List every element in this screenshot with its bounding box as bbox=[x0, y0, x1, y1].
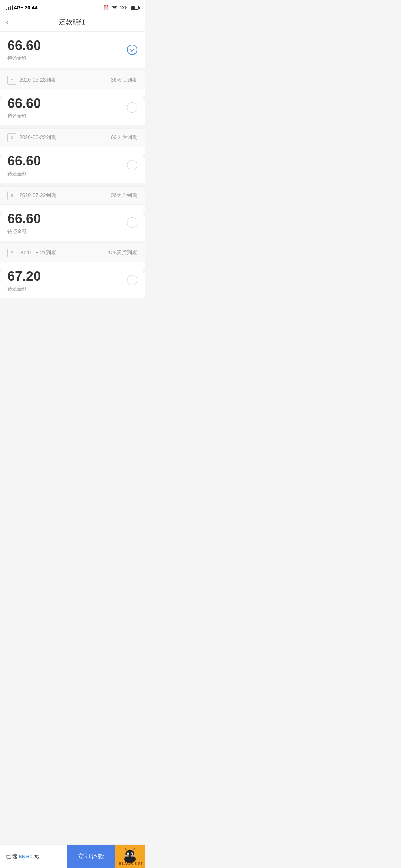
battery-icon bbox=[131, 6, 139, 10]
payment-item-3[interactable]: ¥ 2020-08-21到期 126天后到期 67.20 待还金额 bbox=[0, 244, 145, 298]
content: 66.60 待还金额 ¥ 2020-05-23到期 36天后到期 bbox=[0, 32, 145, 331]
payment-header-2: ¥ 2020-07-22到期 96天后到期 bbox=[0, 186, 145, 205]
first-amount-label: 待还金额 bbox=[7, 55, 41, 62]
payment-body-0: 66.60 待还金额 bbox=[0, 89, 145, 125]
dot-right-0 bbox=[143, 96, 145, 101]
payment-amount-block-0: 66.60 待还金额 bbox=[7, 95, 41, 119]
payment-header-left-1: ¥ 2020-06-22到期 bbox=[7, 133, 56, 142]
dot-right-2 bbox=[143, 211, 145, 216]
payment-header-left-2: ¥ 2020-07-22到期 bbox=[7, 191, 56, 200]
payment-amount-label-0: 待还金额 bbox=[7, 113, 41, 119]
payment-body-2: 66.60 待还金额 bbox=[0, 205, 145, 241]
payment-header-1: ¥ 2020-06-22到期 66天后到期 bbox=[0, 128, 145, 147]
payment-amount-label-1: 待还金额 bbox=[7, 171, 41, 177]
payment-group-0: ¥ 2020-05-23到期 36天后到期 66.60 待还金额 bbox=[0, 71, 145, 125]
dot-right-1 bbox=[143, 154, 145, 158]
first-amount-block: 66.60 待还金额 bbox=[7, 37, 41, 62]
wifi-icon bbox=[111, 4, 117, 10]
payment-group-3: ¥ 2020-08-21到期 126天后到期 67.20 待还金额 bbox=[0, 244, 145, 298]
payment-amount-2: 66.60 bbox=[7, 211, 41, 227]
status-bar: 4G+ 20:44 ⏰ 49% bbox=[0, 0, 145, 13]
yuan-icon-2: ¥ bbox=[7, 191, 16, 200]
selected-check-icon[interactable] bbox=[127, 45, 137, 55]
back-button[interactable]: ‹ bbox=[6, 18, 9, 26]
payment-days-2: 96天后到期 bbox=[111, 192, 137, 199]
payment-header-0: ¥ 2020-05-23到期 36天后到期 bbox=[0, 71, 145, 89]
payment-amount-label-3: 待还金额 bbox=[7, 286, 41, 292]
payment-amount-label-2: 待还金额 bbox=[7, 228, 41, 235]
header: ‹ 还款明细 bbox=[0, 13, 145, 32]
payment-amount-block-1: 66.60 待还金额 bbox=[7, 153, 41, 177]
page-title: 还款明细 bbox=[59, 18, 86, 27]
payment-amount-0: 66.60 bbox=[7, 95, 41, 111]
first-amount: 66.60 bbox=[7, 37, 41, 53]
payment-date-3: 2020-08-21到期 bbox=[19, 250, 56, 256]
payment-header-left-0: ¥ 2020-05-23到期 bbox=[7, 76, 56, 85]
payment-header-3: ¥ 2020-08-21到期 126天后到期 bbox=[0, 244, 145, 262]
status-left: 4G+ 20:44 bbox=[6, 5, 37, 10]
payment-days-1: 66天后到期 bbox=[111, 134, 137, 141]
payment-amount-1: 66.60 bbox=[7, 153, 41, 169]
yuan-icon-1: ¥ bbox=[7, 133, 16, 142]
dot-right-3 bbox=[143, 269, 145, 273]
payment-groups: ¥ 2020-05-23到期 36天后到期 66.60 待还金额 bbox=[0, 71, 145, 298]
network-type: 4G+ bbox=[14, 5, 23, 10]
payment-header-left-3: ¥ 2020-08-21到期 bbox=[7, 249, 56, 257]
payment-date-2: 2020-07-22到期 bbox=[19, 192, 56, 199]
payment-item-2[interactable]: ¥ 2020-07-22到期 96天后到期 66.60 待还金额 bbox=[0, 186, 145, 241]
status-right: ⏰ 49% bbox=[103, 4, 139, 10]
payment-date-1: 2020-06-22到期 bbox=[19, 134, 56, 141]
payment-amount-3: 67.20 bbox=[7, 268, 41, 284]
payment-radio-3[interactable] bbox=[127, 275, 137, 285]
payment-group-1: ¥ 2020-06-22到期 66天后到期 66.60 待还金额 bbox=[0, 128, 145, 183]
battery-percent: 49% bbox=[120, 5, 128, 10]
payment-body-1: 66.60 待还金额 bbox=[0, 147, 145, 183]
payment-amount-block-3: 67.20 待还金额 bbox=[7, 268, 41, 292]
alarm-icon: ⏰ bbox=[103, 5, 109, 10]
payment-item-0[interactable]: ¥ 2020-05-23到期 36天后到期 66.60 待还金额 bbox=[0, 71, 145, 125]
payment-item-1[interactable]: ¥ 2020-06-22到期 66天后到期 66.60 待还金额 bbox=[0, 128, 145, 183]
payment-radio-0[interactable] bbox=[127, 102, 137, 113]
first-payment-item[interactable]: 66.60 待还金额 bbox=[0, 32, 145, 68]
payment-body-3: 67.20 待还金额 bbox=[0, 262, 145, 298]
time: 20:44 bbox=[25, 5, 37, 10]
payment-days-3: 126天后到期 bbox=[108, 250, 137, 256]
payment-amount-block-2: 66.60 待还金额 bbox=[7, 211, 41, 235]
payment-radio-2[interactable] bbox=[127, 217, 137, 228]
yuan-icon-0: ¥ bbox=[7, 76, 16, 85]
payment-radio-1[interactable] bbox=[127, 160, 137, 170]
yuan-icon-3: ¥ bbox=[7, 249, 16, 257]
signal-icon bbox=[6, 5, 13, 10]
payment-date-0: 2020-05-23到期 bbox=[19, 77, 56, 83]
payment-days-0: 36天后到期 bbox=[111, 77, 137, 83]
payment-group-2: ¥ 2020-07-22到期 96天后到期 66.60 待还金额 bbox=[0, 186, 145, 241]
